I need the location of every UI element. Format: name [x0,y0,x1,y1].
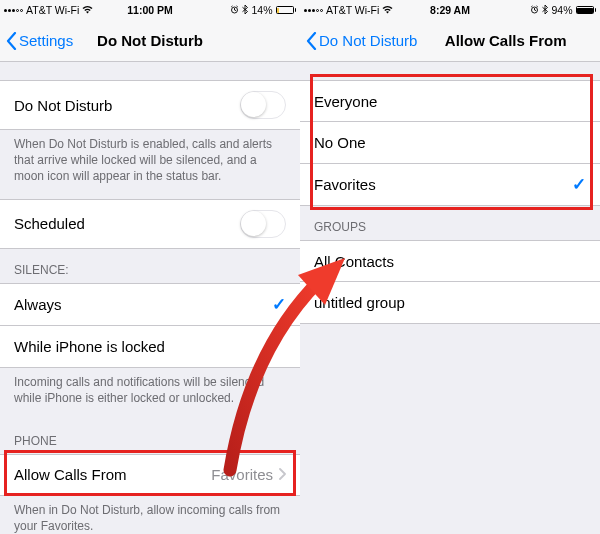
option-noone-row[interactable]: No One [300,122,600,164]
group-untitled-label: untitled group [314,294,586,311]
battery-icon [276,6,297,14]
checkmark-icon: ✓ [572,174,586,195]
alarm-icon [230,4,239,16]
silence-always-row[interactable]: Always ✓ [0,283,300,326]
battery-icon [576,6,597,14]
bluetooth-icon [542,4,548,16]
wifi-icon [82,4,93,16]
carrier-label: AT&T Wi-Fi [326,4,379,16]
groups-header: GROUPS [300,206,600,240]
allow-calls-footer: When in Do Not Disturb, allow incoming c… [0,496,300,534]
phone-screen-allow-calls: AT&T Wi-Fi 8:29 AM 94% Do Not Disturb Al… [300,0,600,534]
status-time: 11:00 PM [127,4,173,16]
nav-title: Allow Calls From [417,32,594,49]
option-favorites-row[interactable]: Favorites ✓ [300,164,600,206]
chevron-right-icon [279,466,286,483]
group-untitled-row[interactable]: untitled group [300,282,600,324]
toggle-switch[interactable] [240,210,286,238]
dnd-footer: When Do Not Disturb is enabled, calls an… [0,130,300,199]
nav-bar: Settings Do Not Disturb [0,20,300,62]
status-bar: AT&T Wi-Fi 11:00 PM 14% [0,0,300,20]
silence-footer: Incoming calls and notifications will be… [0,368,300,420]
chevron-left-icon [306,32,317,50]
allow-calls-from-row[interactable]: Allow Calls From Favorites [0,454,300,496]
silence-locked-label: While iPhone is locked [14,338,286,355]
back-button[interactable]: Do Not Disturb [306,32,417,50]
signal-dots-icon [304,9,323,12]
chevron-left-icon [6,32,17,50]
silence-locked-row[interactable]: While iPhone is locked [0,326,300,368]
battery-pct: 14% [251,4,272,16]
group-all-contacts-row[interactable]: All Contacts [300,240,600,282]
dnd-label: Do Not Disturb [14,97,240,114]
wifi-icon [382,4,393,16]
dnd-toggle-row[interactable]: Do Not Disturb [0,80,300,130]
group-all-contacts-label: All Contacts [314,253,586,270]
option-everyone-row[interactable]: Everyone [300,80,600,122]
option-noone-label: No One [314,134,586,151]
carrier-label: AT&T Wi-Fi [26,4,79,16]
phone-screen-dnd: AT&T Wi-Fi 11:00 PM 14% Settings Do Not … [0,0,300,534]
content: Everyone No One Favorites ✓ GROUPS All C… [300,62,600,534]
battery-pct: 94% [551,4,572,16]
signal-dots-icon [4,9,23,12]
nav-bar: Do Not Disturb Allow Calls From [300,20,600,62]
alarm-icon [530,4,539,16]
silence-header: SILENCE: [0,249,300,283]
allow-calls-label: Allow Calls From [14,466,211,483]
allow-calls-value: Favorites [211,466,273,483]
scheduled-toggle-row[interactable]: Scheduled [0,199,300,249]
status-bar: AT&T Wi-Fi 8:29 AM 94% [300,0,600,20]
back-label: Settings [19,32,73,49]
scheduled-label: Scheduled [14,215,240,232]
content: Do Not Disturb When Do Not Disturb is en… [0,62,300,534]
back-label: Do Not Disturb [319,32,417,49]
status-time: 8:29 AM [430,4,470,16]
silence-always-label: Always [14,296,272,313]
bluetooth-icon [242,4,248,16]
back-button[interactable]: Settings [6,32,73,50]
checkmark-icon: ✓ [272,294,286,315]
option-everyone-label: Everyone [314,93,586,110]
option-favorites-label: Favorites [314,176,572,193]
phone-header: PHONE [0,420,300,454]
toggle-switch[interactable] [240,91,286,119]
